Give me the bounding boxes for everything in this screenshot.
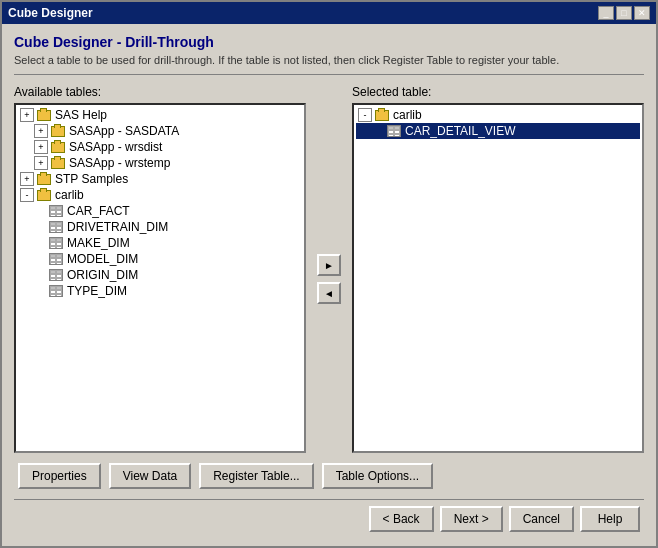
- expander-sel-carlib[interactable]: -: [358, 108, 372, 122]
- content-area: Cube Designer - Drill-Through Select a t…: [2, 24, 656, 546]
- expander-stp-samples[interactable]: +: [20, 172, 34, 186]
- selected-table-tree[interactable]: - carlib: [352, 103, 644, 453]
- expander-sasapp-wrstemp[interactable]: +: [34, 156, 48, 170]
- table-icon-origin-dim: [48, 268, 64, 282]
- header-section: Cube Designer - Drill-Through Select a t…: [14, 34, 644, 75]
- title-bar: Cube Designer _ □ ✕: [2, 2, 656, 24]
- expander-sasapp-wrsdist[interactable]: +: [34, 140, 48, 154]
- maximize-button[interactable]: □: [616, 6, 632, 20]
- tree-item-car-fact[interactable]: CAR_FACT: [18, 203, 302, 219]
- tree-item-origin-dim[interactable]: ORIGIN_DIM: [18, 267, 302, 283]
- selected-table-label: Selected table:: [352, 85, 644, 99]
- tree-label-type-dim: TYPE_DIM: [67, 284, 127, 298]
- tree-label-sasapp-sasdata: SASApp - SASDATA: [69, 124, 179, 138]
- table-icon-drivetrain-dim: [48, 220, 64, 234]
- available-tables-tree[interactable]: + SAS Help + SASApp - SASDATA +: [14, 103, 306, 453]
- tree-label-model-dim: MODEL_DIM: [67, 252, 138, 266]
- wizard-description: Select a table to be used for drill-thro…: [14, 54, 644, 66]
- table-options-button[interactable]: Table Options...: [322, 463, 433, 489]
- next-button[interactable]: Next >: [440, 506, 503, 532]
- tree-label-sas-help: SAS Help: [55, 108, 107, 122]
- main-panels: Available tables: + SAS Help + SASApp - …: [14, 85, 644, 453]
- tree-item-sas-help[interactable]: + SAS Help: [18, 107, 302, 123]
- help-button[interactable]: Help: [580, 506, 640, 532]
- tree-label-sel-carlib: carlib: [393, 108, 422, 122]
- tree-item-carlib[interactable]: - carlib: [18, 187, 302, 203]
- table-icon-model-dim: [48, 252, 64, 266]
- action-buttons: Properties View Data Register Table... T…: [14, 463, 644, 489]
- selected-table-panel: Selected table: - carlib: [352, 85, 644, 453]
- tree-label-stp-samples: STP Samples: [55, 172, 128, 186]
- tree-label-sasapp-wrsdist: SASApp - wrsdist: [69, 140, 162, 154]
- tree-item-stp-samples[interactable]: + STP Samples: [18, 171, 302, 187]
- tree-label-origin-dim: ORIGIN_DIM: [67, 268, 138, 282]
- minimize-button[interactable]: _: [598, 6, 614, 20]
- tree-item-make-dim[interactable]: MAKE_DIM: [18, 235, 302, 251]
- move-left-button[interactable]: ◄: [317, 282, 341, 304]
- move-right-button[interactable]: ►: [317, 254, 341, 276]
- table-icon-type-dim: [48, 284, 64, 298]
- table-icon-car-fact: [48, 204, 64, 218]
- expander-sas-help[interactable]: +: [20, 108, 34, 122]
- folder-icon-sas-help: [36, 108, 52, 122]
- main-window: Cube Designer _ □ ✕ Cube Designer - Dril…: [0, 0, 658, 548]
- back-button[interactable]: < Back: [369, 506, 434, 532]
- tree-item-car-detail-view[interactable]: CAR_DETAIL_VIEW: [356, 123, 640, 139]
- tree-label-sasapp-wrstemp: SASApp - wrstemp: [69, 156, 170, 170]
- folder-icon-carlib: [36, 188, 52, 202]
- tree-label-drivetrain-dim: DRIVETRAIN_DIM: [67, 220, 168, 234]
- tree-label-car-fact: CAR_FACT: [67, 204, 130, 218]
- table-icon-car-detail-view: [386, 124, 402, 138]
- cancel-button[interactable]: Cancel: [509, 506, 574, 532]
- navigation-buttons: < Back Next > Cancel Help: [14, 499, 644, 536]
- tree-item-type-dim[interactable]: TYPE_DIM: [18, 283, 302, 299]
- folder-icon-sasapp-wrsdist: [50, 140, 66, 154]
- close-button[interactable]: ✕: [634, 6, 650, 20]
- tree-item-sel-carlib[interactable]: - carlib: [356, 107, 640, 123]
- view-data-button[interactable]: View Data: [109, 463, 191, 489]
- tree-label-make-dim: MAKE_DIM: [67, 236, 130, 250]
- tree-item-model-dim[interactable]: MODEL_DIM: [18, 251, 302, 267]
- tree-item-sasapp-wrstemp[interactable]: + SASApp - wrstemp: [18, 155, 302, 171]
- folder-icon-sasapp-wrstemp: [50, 156, 66, 170]
- tree-item-sasapp-sasdata[interactable]: + SASApp - SASDATA: [18, 123, 302, 139]
- folder-icon-stp-samples: [36, 172, 52, 186]
- folder-icon-sel-carlib: [374, 108, 390, 122]
- expander-sasapp-sasdata[interactable]: +: [34, 124, 48, 138]
- window-title: Cube Designer: [8, 6, 93, 20]
- register-table-button[interactable]: Register Table...: [199, 463, 314, 489]
- properties-button[interactable]: Properties: [18, 463, 101, 489]
- arrow-panel: ► ◄: [314, 85, 344, 453]
- tree-label-carlib: carlib: [55, 188, 84, 202]
- folder-icon-sasapp-sasdata: [50, 124, 66, 138]
- available-tables-label: Available tables:: [14, 85, 306, 99]
- title-bar-controls: _ □ ✕: [598, 6, 650, 20]
- table-icon-make-dim: [48, 236, 64, 250]
- tree-item-sasapp-wrsdist[interactable]: + SASApp - wrsdist: [18, 139, 302, 155]
- available-tables-panel: Available tables: + SAS Help + SASApp - …: [14, 85, 306, 453]
- wizard-title: Cube Designer - Drill-Through: [14, 34, 644, 50]
- tree-label-car-detail-view: CAR_DETAIL_VIEW: [405, 124, 515, 138]
- tree-item-drivetrain-dim[interactable]: DRIVETRAIN_DIM: [18, 219, 302, 235]
- expander-carlib[interactable]: -: [20, 188, 34, 202]
